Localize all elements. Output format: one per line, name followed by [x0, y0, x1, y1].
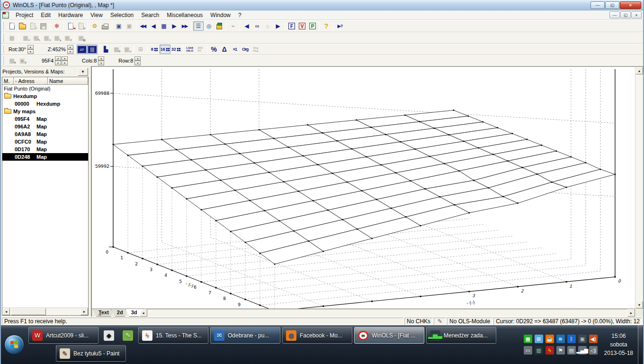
address-spinner-1[interactable]: ▲▼ [55, 56, 61, 65]
cols-spinner[interactable]: ▲▼ [98, 56, 104, 65]
tree-row-map[interactable]: 00000Hexdump [2, 100, 88, 108]
byte-order-button[interactable]: LOHI HILO [185, 45, 195, 54]
menu-item-selection[interactable]: Selection [107, 11, 137, 19]
search-maps-button[interactable]: ∞ [252, 21, 262, 31]
rows-spinner[interactable]: ▲▼ [134, 56, 141, 65]
menu-item-edit[interactable]: Edit [37, 11, 54, 19]
map-wizard-button[interactable]: ✻ [52, 21, 62, 31]
map-pack-button[interactable] [214, 21, 224, 31]
menu-item-[interactable]: ? [234, 11, 245, 19]
bits-8-button[interactable]: 8 [149, 45, 160, 54]
scroll-up-icon[interactable]: ▲ [635, 67, 643, 74]
tray-display-icon[interactable]: ▣ [578, 335, 587, 343]
spin-down-icon[interactable]: ▼ [98, 61, 104, 65]
print-button[interactable] [100, 21, 110, 31]
tray-bluetooth-icon[interactable]: ᛒ [567, 335, 576, 343]
tray-wireless-icon[interactable]: ≋ [556, 335, 565, 343]
vertical-scroll-track[interactable] [635, 74, 643, 301]
difference-button[interactable]: Δ [219, 45, 230, 54]
mdi-minimize-button[interactable]: — [609, 11, 620, 18]
project-tree-button[interactable]: ☰ [193, 21, 204, 31]
tree-row-map[interactable]: 0A9A8Map [2, 130, 88, 138]
horizontal-scroll-track[interactable] [147, 309, 628, 317]
map-3d-view[interactable]: 599926998801234567890123- (-)- (-) [92, 67, 636, 309]
original-button[interactable]: Org [240, 45, 250, 54]
spin-up-icon[interactable]: ▲ [134, 56, 141, 61]
tab-scroll-right-icon[interactable]: ► [627, 309, 635, 317]
settings-button[interactable]: ⚙ [89, 21, 100, 31]
tray-volume-mixer-icon[interactable]: ◀) [589, 335, 598, 343]
tree-row-map[interactable]: 0CFC0Map [2, 138, 88, 146]
window-properties-button[interactable]: ▣ [114, 21, 124, 31]
taskbar-clock[interactable]: 15:06 sobota 2013-05-18 [602, 332, 638, 357]
tree-row-map[interactable]: 0D170Map [2, 146, 88, 153]
taskbar-thunderbird[interactable]: ✉Odebrane - pu... [210, 327, 280, 344]
spin-down-icon[interactable]: ▼ [62, 61, 68, 65]
tree-row-map[interactable]: 096A2Map [2, 123, 88, 130]
values-view-button[interactable]: V [297, 21, 307, 31]
column-header-adress[interactable]: ▵Adress [14, 77, 48, 85]
percent-button[interactable]: % [209, 45, 219, 54]
view-3d-button[interactable]: ▱ [77, 45, 87, 54]
menu-item-miscellaneous[interactable]: Miscellaneous [163, 11, 206, 19]
import-data-button[interactable]: ◂ [65, 21, 76, 31]
chart-type-button[interactable]: ▙ [101, 45, 111, 54]
tray-network-icon[interactable]: ▂▄▆ [578, 346, 587, 355]
column-header-m[interactable]: M. [2, 77, 14, 85]
taskbar-green-app[interactable]: ✎ [119, 327, 136, 344]
spin-down-icon[interactable]: ▼ [134, 61, 141, 65]
taskbar-artcut[interactable]: WArtcut2009 - sli... [28, 327, 98, 344]
tray-windows-update-icon[interactable]: ⊞ [535, 335, 543, 343]
spin-up-icon[interactable]: ▲ [55, 56, 61, 61]
tree-row-project[interactable]: Fiat Punto (Original) [2, 85, 88, 92]
start-button[interactable] [1, 325, 27, 364]
close-button[interactable]: × [620, 1, 641, 9]
help-button[interactable]: ? [321, 21, 331, 31]
next-version-button[interactable]: ▶ [169, 21, 179, 31]
panel-dropdown-button[interactable]: ▼ [78, 68, 88, 76]
connect-button[interactable]: ⌁ [228, 21, 238, 31]
menu-item-view[interactable]: View [87, 11, 107, 19]
menu-item-hardware[interactable]: Hardware [54, 11, 87, 19]
tray-monitor-icon[interactable]: ▥ [535, 346, 543, 355]
previous-version-button[interactable]: ◀ [148, 21, 159, 31]
tray-action-center-icon[interactable]: ⚑ [556, 346, 565, 355]
spin-down-icon[interactable]: ▼ [27, 49, 34, 54]
taskbar-firefox[interactable]: ◍Facebook - Mo... [282, 327, 352, 344]
taskbar-winols[interactable]: ∞WinOLS - [Fiat ... [354, 327, 424, 344]
tab-text[interactable]: Text [93, 309, 115, 317]
taskbar-task-manager[interactable]: ▂▅▃Menedżer zada... [426, 327, 496, 344]
last-version-button[interactable]: ▶▶ [179, 21, 190, 31]
version-table-button[interactable]: ▦ [159, 21, 169, 31]
back-button[interactable]: ◀ [242, 21, 252, 31]
menu-item-search[interactable]: Search [137, 11, 163, 19]
bits-16-button[interactable]: 16 [160, 45, 170, 54]
address-spinner-2[interactable]: ▲▼ [62, 56, 68, 65]
new-project-button[interactable] [7, 21, 17, 31]
taskbar-inkscape[interactable]: ◆ [100, 327, 117, 344]
zoom-spinner[interactable]: ▲▼ [67, 45, 73, 54]
mdi-restore-button[interactable]: ◱ [620, 11, 631, 18]
first-version-button[interactable]: ◀◀ [138, 21, 148, 31]
taskbar-winamp[interactable]: ϟ15. Tess - The S... [138, 327, 208, 344]
tray-java-icon[interactable]: ☕ [546, 335, 554, 343]
minimize-button[interactable]: — [590, 1, 605, 9]
factor-button[interactable]: ×1 [230, 45, 240, 54]
spin-up-icon[interactable]: ▲ [27, 45, 34, 50]
context-help-button[interactable]: ▶? [335, 21, 345, 31]
scroll-thumb[interactable] [11, 308, 46, 315]
mdi-close-button[interactable]: × [631, 11, 642, 18]
column-header-name[interactable]: Name [48, 77, 88, 85]
taskbar-paint[interactable]: ✎Bez tytułu5 - Paint [56, 345, 126, 362]
menu-item-project[interactable]: Project [12, 11, 37, 19]
mdi-child-icon[interactable] [2, 12, 9, 18]
hexdump-view-button[interactable]: F [286, 21, 297, 31]
open-project-button[interactable] [17, 21, 27, 31]
spin-up-icon[interactable]: ▲ [62, 56, 68, 61]
spin-up-icon[interactable]: ▲ [67, 45, 73, 50]
tray-app-green-icon[interactable]: ▦ [524, 335, 532, 343]
show-desktop-button[interactable] [638, 325, 642, 364]
maps-view-button[interactable]: P [307, 21, 318, 31]
scroll-down-icon[interactable]: ▼ [635, 301, 643, 309]
spin-down-icon[interactable]: ▼ [55, 61, 61, 65]
